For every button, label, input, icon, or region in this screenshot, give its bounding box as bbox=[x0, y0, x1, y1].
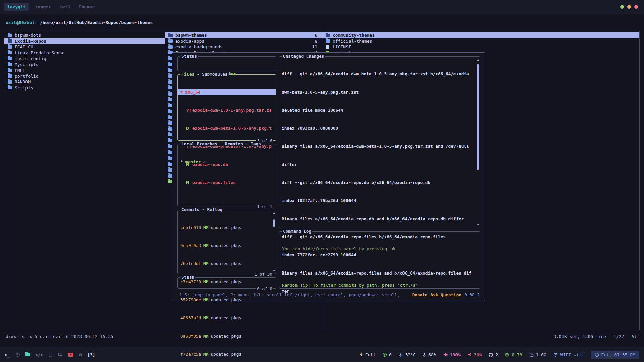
file-row[interactable]: official-themes bbox=[322, 38, 639, 44]
scroll-up-icon[interactable]: ▲ bbox=[477, 58, 479, 61]
file-entry[interactable]: Dexodia-dwm-beta-1.0-5-any.pkg.t bbox=[178, 125, 276, 131]
clock-module[interactable]: Fri, 07:35 PM bbox=[591, 351, 639, 359]
window-dot-green[interactable] bbox=[620, 5, 624, 9]
battery-module[interactable]: Full bbox=[359, 352, 376, 357]
ranger-titlebar: ozil@00xWolf /home/ozil/GitHub/Exodia-Re… bbox=[6, 20, 153, 25]
file-permissions: drwxr-xr-x 5 ozil ozil 6 2023-06-12 15:3… bbox=[6, 334, 113, 339]
file-row[interactable]: Linux-PredatorSense bbox=[4, 50, 165, 56]
file-manager-icon[interactable] bbox=[25, 353, 30, 356]
fan-module[interactable]: 30% bbox=[467, 352, 482, 357]
folder-icon bbox=[168, 45, 173, 49]
workspace-indicator[interactable]: [3] bbox=[87, 352, 95, 357]
youtube-icon[interactable] bbox=[68, 353, 73, 357]
clock-icon bbox=[595, 353, 599, 357]
folder-icon bbox=[8, 51, 12, 54]
item-count: 6 bbox=[315, 33, 319, 38]
speaker-icon bbox=[443, 352, 448, 357]
chat-icon[interactable] bbox=[58, 353, 63, 357]
tab-thunar[interactable]: ozil - Thunar bbox=[57, 3, 98, 11]
power-icon[interactable] bbox=[15, 352, 20, 357]
stash-panel[interactable]: Stash 0 of 0 bbox=[177, 277, 276, 289]
branch-entry[interactable]: * master ✓ bbox=[178, 159, 276, 165]
scroll-up-icon[interactable]: ▲ bbox=[273, 211, 275, 214]
commit-row[interactable]: f72a7c5aMMupdated pkgs bbox=[178, 351, 276, 357]
diff-line: differ bbox=[279, 162, 480, 168]
lazygit-bottom-bar: 1-5: jump to panel, ?: menu, H/L: scroll… bbox=[179, 291, 480, 298]
terminal-icon[interactable]: >_ bbox=[5, 352, 10, 357]
panel-title: Commits - Reflog bbox=[180, 207, 223, 212]
tab-lazygit[interactable]: lazygit bbox=[4, 3, 29, 11]
panel-count: 1 of 30 bbox=[254, 272, 273, 277]
commit-row[interactable]: cebfc610MMupdated pkgs bbox=[178, 225, 276, 231]
github-module[interactable]: 2 bbox=[488, 352, 498, 357]
temperature-module[interactable]: 32°C bbox=[398, 352, 416, 357]
file-row[interactable]: music-config bbox=[4, 56, 165, 62]
scrollbar-thumb[interactable] bbox=[477, 64, 479, 170]
command-log-line: You can hide/focus this panel by pressin… bbox=[279, 246, 480, 252]
folder-icon bbox=[326, 39, 330, 43]
diff-line: index f82f7af..75ba26d 100644 bbox=[279, 198, 480, 204]
donate-link[interactable]: Donate bbox=[412, 292, 428, 297]
ask-question-link[interactable]: Ask Question bbox=[430, 292, 461, 297]
panel-title: Unstaged Changes bbox=[282, 54, 325, 59]
tmux-statusbar: lazygit ranger ozil - Thunar bbox=[0, 0, 644, 14]
status-panel[interactable]: Status ✓ exodia-repo → master bbox=[177, 56, 276, 71]
file-entry-selected[interactable]: ▼x86_64 bbox=[178, 89, 276, 95]
volume-module[interactable]: 100% bbox=[443, 352, 461, 357]
diff-line: diff --git a/x86_64/exodia-dwm-beta-1.0-… bbox=[279, 71, 480, 77]
folder-icon bbox=[168, 39, 173, 43]
diff-line: index 7093ca9..0000000 bbox=[279, 125, 480, 131]
file-row[interactable]: bspwm-dots bbox=[4, 32, 165, 38]
scrollbar-thumb[interactable] bbox=[273, 219, 275, 227]
book-icon[interactable] bbox=[48, 352, 53, 357]
command-log-panel[interactable]: Command Log You can hide/focus this pane… bbox=[279, 231, 480, 289]
folder-icon bbox=[8, 69, 12, 72]
scroll-down-icon[interactable]: ▼ bbox=[477, 223, 479, 226]
commit-row[interactable]: 0a63f05aMMupdated pkgs bbox=[178, 333, 276, 339]
file-row[interactable]: Scripts bbox=[4, 85, 165, 91]
file-row[interactable]: LICENSE bbox=[322, 44, 639, 50]
file-row[interactable]: FCAI-CU bbox=[4, 44, 165, 50]
file-row-selected[interactable]: bspwm-themes6 bbox=[165, 32, 322, 38]
file-row[interactable]: exodia-backgrounds11 bbox=[165, 44, 322, 50]
updates-module[interactable]: 0 bbox=[382, 352, 392, 357]
commit-row[interactable]: 76efcddfMMupdated pkgs bbox=[178, 261, 276, 267]
item-count: 11 bbox=[312, 44, 319, 49]
github-icon bbox=[488, 352, 493, 357]
window-dot-yellow[interactable] bbox=[627, 5, 631, 9]
mic-icon bbox=[422, 352, 426, 357]
file-row[interactable]: Myscripts bbox=[4, 62, 165, 68]
polybar-left: >_ </> ⚙ [3] bbox=[5, 347, 95, 362]
file-row[interactable]: exodia-apps8 bbox=[165, 38, 322, 44]
file-row-selected[interactable]: Exodia-Repos bbox=[4, 38, 165, 44]
wifi-module[interactable]: WIFI_wifi bbox=[553, 352, 584, 357]
gear-icon[interactable]: ⚙ bbox=[79, 352, 82, 358]
commit-row[interactable]: 6c50f0a3MMupdated pkgs bbox=[178, 243, 276, 249]
fan-icon bbox=[467, 352, 472, 357]
microphone-module[interactable]: 68% bbox=[422, 352, 436, 357]
commits-panel[interactable]: Commits - Reflog cebfc610MMupdated pkgs … bbox=[177, 210, 276, 274]
branches-panel[interactable]: Local Branches - Remotes - Tags * master… bbox=[177, 144, 276, 206]
main-diff-panel[interactable]: Unstaged Changes diff --git a/x86_64/exo… bbox=[279, 56, 480, 228]
diff-line: diff --git a/x86_64/exodia-repo.db b/x86… bbox=[279, 180, 480, 186]
window-dot-red[interactable] bbox=[634, 5, 638, 9]
bolt-icon bbox=[360, 352, 363, 357]
memory-module[interactable]: 1.0G bbox=[529, 352, 546, 357]
file-row[interactable]: PNPT bbox=[4, 67, 165, 73]
scroll-down-icon[interactable]: ▼ bbox=[273, 269, 275, 273]
file-row-selected[interactable]: community-themes bbox=[322, 32, 639, 38]
file-row[interactable]: RANDOM bbox=[4, 79, 165, 85]
commit-row[interactable]: 48637afdMMupdated pkgs bbox=[178, 315, 276, 321]
panel-title: Command Log bbox=[282, 229, 312, 234]
code-icon[interactable]: </> bbox=[35, 352, 43, 357]
folder-icon bbox=[8, 86, 12, 89]
cpu-module[interactable]: 0.78 bbox=[505, 352, 522, 357]
list-position: 1/27 bbox=[613, 334, 624, 339]
files-panel[interactable]: Files - Submodules ▼x86_64 ??exodia-dwm-… bbox=[177, 74, 276, 141]
item-count: 8 bbox=[315, 39, 319, 44]
panel-title: Files - Submodules bbox=[180, 72, 229, 77]
file-entry[interactable]: ??exodia-dwm-1.0-1-any.pkg.tar.zs bbox=[178, 107, 276, 113]
file-row[interactable]: portfolio bbox=[4, 73, 165, 79]
disk-usage: 3.01K sum, 130G free bbox=[554, 334, 606, 339]
tab-ranger[interactable]: ranger bbox=[32, 3, 54, 11]
